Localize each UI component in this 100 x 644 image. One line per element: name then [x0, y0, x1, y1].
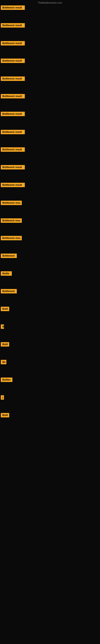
bottleneck-row-14: Bottleneck resu	[1, 236, 22, 241]
bottleneck-bar-20[interactable]: Bottl	[1, 342, 9, 346]
bottleneck-bar-4[interactable]: Bottleneck result	[1, 58, 25, 63]
bottleneck-bar-14[interactable]: Bottleneck resu	[1, 236, 22, 240]
bottleneck-row-20: Bottl	[1, 342, 9, 347]
bottleneck-bar-23[interactable]: |	[1, 395, 4, 400]
bottleneck-row-16: Bottle	[1, 271, 12, 276]
bottleneck-row-2: Bottleneck result	[1, 23, 25, 28]
bottleneck-bar-11[interactable]: Bottleneck result	[1, 183, 25, 187]
bottleneck-bar-19[interactable]: B	[1, 324, 4, 329]
bottleneck-row-4: Bottleneck result	[1, 58, 25, 64]
bottleneck-bar-9[interactable]: Bottleneck result	[1, 147, 25, 152]
bottleneck-bar-12[interactable]: Bottleneck resu	[1, 201, 22, 205]
bottleneck-row-7: Bottleneck result	[1, 112, 25, 117]
bottleneck-row-17: Bottleneck	[1, 289, 17, 294]
bottleneck-row-24: Bottl	[1, 413, 9, 418]
bottleneck-row-10: Bottleneck result	[1, 165, 25, 170]
site-title: TheBottlenecker.com	[0, 0, 100, 6]
bottleneck-bar-16[interactable]: Bottle	[1, 271, 12, 276]
bottleneck-bar-17[interactable]: Bottleneck	[1, 289, 17, 294]
bottleneck-bar-10[interactable]: Bottleneck result	[1, 165, 25, 170]
bottleneck-bar-3[interactable]: Bottleneck result	[1, 41, 25, 46]
bottleneck-bar-15[interactable]: Bottleneck	[1, 254, 17, 258]
bottleneck-row-22: Bottlen	[1, 378, 12, 383]
bottleneck-row-13: Bottleneck resu	[1, 218, 22, 224]
bottleneck-bar-13[interactable]: Bottleneck resu	[1, 218, 22, 223]
bottleneck-bar-6[interactable]: Bottleneck result	[1, 94, 25, 98]
bottleneck-row-8: Bottleneck result	[1, 130, 25, 135]
bottleneck-bar-5[interactable]: Bottleneck result	[1, 76, 25, 81]
bottleneck-row-6: Bottleneck result	[1, 94, 25, 99]
bottleneck-row-12: Bottleneck resu	[1, 201, 22, 206]
bottleneck-bar-7[interactable]: Bottleneck result	[1, 112, 25, 116]
bottleneck-row-11: Bottleneck result	[1, 183, 25, 188]
bottleneck-bar-24[interactable]: Bottl	[1, 413, 9, 418]
bottleneck-bar-22[interactable]: Bottlen	[1, 378, 12, 382]
bottleneck-row-21: Bo	[1, 360, 6, 365]
bottleneck-bar-2[interactable]: Bottleneck result	[1, 23, 25, 28]
bottleneck-row-5: Bottleneck result	[1, 76, 25, 82]
bottleneck-row-23: |	[1, 395, 4, 400]
bottleneck-row-18: Bottl	[1, 307, 9, 312]
bottleneck-row-15: Bottleneck	[1, 254, 17, 259]
bottleneck-row-1: Bottleneck result	[1, 6, 25, 11]
bottleneck-row-3: Bottleneck result	[1, 41, 25, 46]
bottleneck-row-19: B	[1, 324, 4, 330]
bottleneck-bar-18[interactable]: Bottl	[1, 307, 9, 311]
bottleneck-bar-1[interactable]: Bottleneck result	[1, 6, 25, 10]
bottleneck-bar-21[interactable]: Bo	[1, 360, 6, 364]
bottleneck-row-9: Bottleneck result	[1, 147, 25, 152]
bottleneck-bar-8[interactable]: Bottleneck result	[1, 130, 25, 134]
